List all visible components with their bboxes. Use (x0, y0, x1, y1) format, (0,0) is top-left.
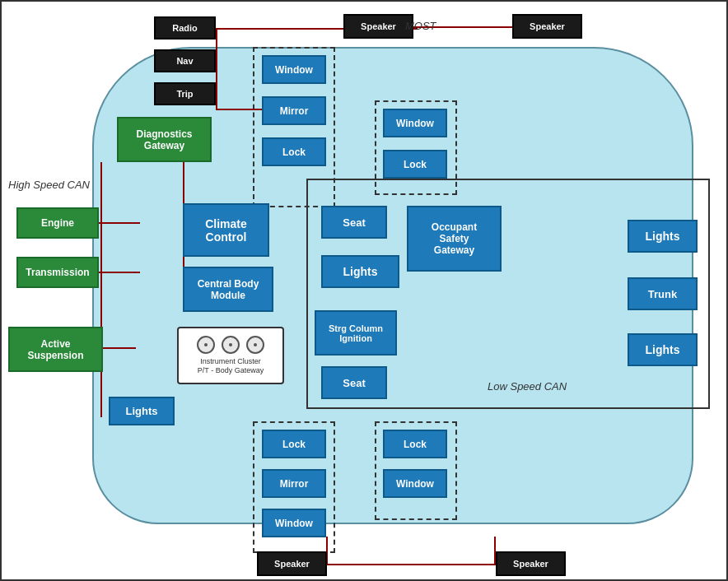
climate-control-box: Climate Control (183, 203, 269, 257)
instrument-cluster-label: Instrument ClusterP/T - Body Gateway (198, 357, 264, 375)
lights-far-top-box: Lights (628, 220, 698, 253)
left-vertical-line (216, 28, 217, 110)
diagram-container: MOST High Speed CAN Low Speed CAN Speake… (0, 0, 728, 581)
window-tl-box: Window (262, 55, 326, 84)
low-speed-can-label: Low Speed CAN (488, 380, 567, 393)
trip-box: Trip (154, 82, 216, 105)
gauge-1 (197, 336, 215, 354)
seat-top-box: Seat (321, 206, 387, 239)
instrument-cluster: Instrument ClusterP/T - Body Gateway (177, 327, 284, 384)
strg-column-box: Strg Column Ignition (315, 310, 397, 356)
engine-line (99, 222, 140, 224)
gauges-row (197, 336, 264, 354)
lock-tl-box: Lock (262, 137, 326, 166)
mirror-bl-box: Mirror (262, 469, 326, 498)
bottom-speaker-line (327, 564, 496, 565)
speaker-top-left: Speaker (343, 14, 413, 39)
left-vert-main (100, 162, 102, 417)
lock-tr-box: Lock (383, 150, 447, 179)
gauge-2 (222, 336, 240, 354)
window-tr-box: Window (383, 109, 447, 137)
diagnostics-gateway-box: Diagnostics Gateway (117, 117, 212, 162)
speaker-bottom-right: Speaker (496, 551, 566, 576)
most-label: MOST (405, 20, 436, 32)
seat-bottom-box: Seat (321, 366, 387, 399)
window-bl-box: Window (262, 509, 326, 537)
mirror-tl-box: Mirror (262, 96, 326, 125)
high-speed-can-label: High Speed CAN (8, 179, 90, 191)
lock-br-box: Lock (383, 430, 447, 458)
radio-box: Radio (154, 16, 216, 40)
diag-horiz (216, 109, 265, 110)
trunk-box: Trunk (628, 277, 698, 310)
transmission-box: Transmission (16, 257, 99, 288)
transmission-line (99, 272, 140, 273)
speaker-top-right: Speaker (512, 14, 582, 39)
speaker-bottom-left: Speaker (257, 551, 327, 576)
gauge-3 (246, 336, 264, 354)
occupant-safety-gateway-box: Occupant Safety Gateway (407, 206, 502, 272)
nav-box: Nav (154, 49, 216, 72)
central-body-module-box: Central Body Module (183, 267, 273, 312)
active-suspension-box: Active Suspension (8, 327, 103, 372)
lock-bl-box: Lock (262, 430, 326, 458)
engine-box: Engine (16, 207, 99, 239)
lights-mid-box: Lights (321, 255, 399, 288)
window-br-box: Window (383, 469, 447, 498)
lights-far-bottom-box: Lights (628, 333, 698, 366)
suspension-line (99, 347, 136, 349)
lights-bottom-left: Lights (109, 397, 175, 425)
radio-line (216, 28, 348, 30)
